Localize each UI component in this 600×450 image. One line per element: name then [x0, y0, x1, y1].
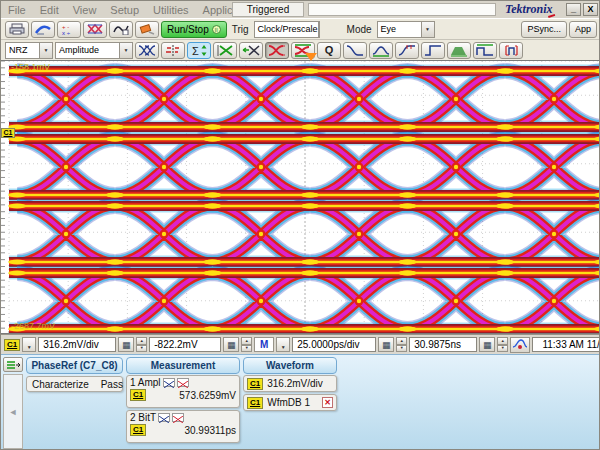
stats-view-icon[interactable]: [177, 378, 189, 387]
spin-down[interactable]: [241, 345, 252, 353]
vertical-offset-field[interactable]: -822.2mV: [149, 337, 221, 352]
tab-waveform[interactable]: Waveform: [243, 357, 337, 374]
channel-marker[interactable]: C1: [1, 128, 15, 138]
eye-params-icon[interactable]: [135, 42, 159, 59]
timebase-button[interactable]: M: [254, 337, 274, 352]
autoset-button[interactable]: [31, 21, 55, 38]
remove-icon[interactable]: [322, 397, 333, 408]
trigger-source-select[interactable]: Clock/Prescale: [254, 21, 320, 38]
amplitude-sum-icon[interactable]: Σ: [187, 42, 211, 59]
results-panel: PhaseRef (C7_C8) Characterize Pass Measu…: [1, 354, 600, 450]
spin-down[interactable]: [136, 345, 147, 353]
pause-icon: [212, 25, 221, 34]
pulse-icon[interactable]: [447, 42, 471, 59]
tab-phaseref[interactable]: PhaseRef (C7_C8): [26, 357, 123, 374]
app-window: File Edit View Setup Utilities Applicati…: [0, 0, 600, 450]
waveform-source-chip[interactable]: C1: [247, 378, 263, 390]
panel-scroll-left[interactable]: [3, 374, 23, 449]
chevron-down-icon[interactable]: [318, 22, 320, 37]
fall-time-icon[interactable]: [343, 42, 367, 59]
channel-select-arrow[interactable]: [22, 337, 36, 352]
rise-markers-icon[interactable]: [395, 42, 419, 59]
chevron-down-icon: [27, 337, 32, 352]
horizontal-position-spinner: [497, 337, 508, 352]
spin-up[interactable]: [136, 337, 147, 345]
eye-mask-red-icon[interactable]: [265, 42, 289, 59]
signal-format-select[interactable]: NRZ: [5, 42, 53, 59]
trigger-position-marker[interactable]: [305, 53, 317, 61]
close-button[interactable]: X: [583, 3, 598, 16]
channel-chip[interactable]: C1: [4, 339, 20, 351]
mode-label: Mode: [344, 24, 375, 35]
spin-up[interactable]: [396, 337, 407, 345]
crossing-percent-icon[interactable]: [213, 42, 237, 59]
phaseref-status-card[interactable]: Characterize Pass: [26, 376, 123, 392]
svg-text:x ÷: x ÷: [62, 30, 71, 35]
eye-delay-icon[interactable]: [239, 42, 263, 59]
waveform-source-chip[interactable]: C1: [247, 397, 263, 409]
gated-pulse-icon[interactable]: [499, 42, 523, 59]
eye-mask-setup-button[interactable]: [83, 21, 107, 38]
panel-list-button[interactable]: [3, 357, 23, 372]
toolbar-measure: NRZ Amplitude Σ Q: [1, 39, 600, 60]
histogram-view-icon[interactable]: [163, 378, 175, 387]
menu-edit[interactable]: Edit: [33, 4, 66, 16]
waveform-scale-value: 316.2mV/div: [267, 378, 323, 389]
vertical-histogram-icon[interactable]: [161, 42, 185, 59]
spin-down[interactable]: [396, 345, 407, 353]
menu-setup[interactable]: Setup: [103, 4, 146, 16]
horizontal-reference-icon[interactable]: [510, 337, 530, 353]
chevron-down-icon[interactable]: [421, 22, 434, 37]
measurement-source-chip[interactable]: C1: [130, 424, 146, 436]
run-stop-button[interactable]: Run/Stop: [161, 21, 227, 38]
math-button[interactable]: + -x ÷: [57, 21, 81, 38]
spin-up[interactable]: [241, 337, 252, 345]
horizontal-scale-field[interactable]: 25.0000ps/div: [292, 337, 376, 352]
measurement-value: 573.6259mV: [179, 390, 236, 401]
measurement-card-bitt[interactable]: 2 BitT C1 30.99311ps: [126, 410, 240, 443]
waveform-database-label: WfmDB 1: [267, 397, 310, 408]
histogram-view-icon[interactable]: [158, 413, 170, 422]
square-topline-icon[interactable]: [473, 42, 497, 59]
keypad-icon[interactable]: [223, 337, 239, 352]
chevron-down-icon[interactable]: [39, 43, 52, 58]
minimize-button[interactable]: _: [566, 3, 581, 16]
amplitude-wave-icon[interactable]: [369, 42, 393, 59]
title-bar: File Edit View Setup Utilities Applicati…: [1, 1, 600, 18]
menu-file[interactable]: File: [1, 4, 33, 16]
square-rise-icon[interactable]: [421, 42, 445, 59]
horizontal-scale-spinner: [396, 337, 407, 352]
measurement-name: 2 BitT: [130, 412, 156, 423]
waveform-display[interactable]: -158.1mV -2687.7mV C1: [1, 60, 600, 334]
keypad-icon[interactable]: [378, 337, 394, 352]
spin-up[interactable]: [497, 337, 508, 345]
menu-view[interactable]: View: [66, 4, 104, 16]
mode-select[interactable]: Eye: [377, 21, 435, 38]
keypad-icon[interactable]: [118, 337, 134, 352]
measurement-source-chip[interactable]: C1: [130, 389, 146, 401]
waveform-scale-card[interactable]: C1 316.2mV/div: [243, 375, 337, 392]
keypad-icon[interactable]: [479, 337, 495, 352]
vertical-scale-field[interactable]: 316.2mV/div: [38, 337, 116, 352]
graticule-bottom-voltage-label: -2687.7mV: [11, 321, 55, 331]
q-factor-button[interactable]: Q: [317, 42, 341, 59]
tab-measurement[interactable]: Measurement: [126, 357, 240, 374]
psync-button[interactable]: PSync...: [521, 21, 567, 38]
svg-text:Σ: Σ: [192, 45, 199, 57]
waveform-database-card[interactable]: C1 WfmDB 1: [243, 394, 337, 411]
measurement-card-ampl[interactable]: 1 Ampl C1 573.6259mV: [126, 375, 240, 408]
waveform-database-button[interactable]: [109, 21, 133, 38]
clear-data-button[interactable]: [135, 21, 159, 38]
timebase-select-arrow[interactable]: [276, 337, 290, 352]
print-button[interactable]: [5, 21, 29, 38]
chevron-down-icon[interactable]: [119, 43, 132, 58]
measure-category-select[interactable]: Amplitude: [55, 42, 133, 59]
vertical-scale-spinner: [136, 337, 147, 352]
menu-utilities[interactable]: Utilities: [146, 4, 195, 16]
spin-down[interactable]: [497, 345, 508, 353]
measurement-name: 1 Ampl: [130, 377, 161, 388]
horizontal-position-field[interactable]: 30.9875ns: [409, 337, 477, 352]
stats-view-icon[interactable]: [172, 413, 184, 422]
phaseref-action-label: Characterize: [32, 379, 89, 390]
app-button[interactable]: App: [569, 21, 597, 38]
